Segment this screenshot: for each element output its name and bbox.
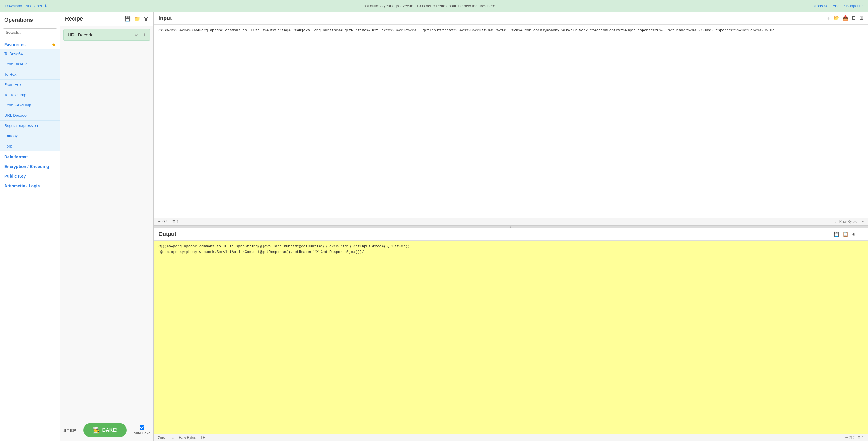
main-layout: Operations Favourites ★ To Base64 From B… <box>0 12 868 441</box>
disable-step-icon[interactable]: ⊘ <box>135 33 138 37</box>
recipe-header-icons: 💾 📁 🗑 <box>124 16 149 22</box>
sidebar-item-from-hex[interactable]: From Hex <box>0 80 60 90</box>
banner-right-links: Options ⚙ About / Support ? <box>809 4 863 8</box>
recipe-step-url-decode: URL Decode ⊘ ⏸ <box>63 29 150 41</box>
output-header-icons: 💾 📋 ⊞ ⛶ <box>833 231 863 237</box>
bake-label: BAKE! <box>102 428 118 433</box>
recipe-steps: URL Decode ⊘ ⏸ <box>60 26 153 419</box>
sidebar-list: Favourites ★ To Base64 From Base64 To He… <box>0 39 60 441</box>
top-banner: Download CyberChef ⬇ Last build: A year … <box>0 0 868 12</box>
import-input-icon[interactable]: 📥 <box>842 15 848 22</box>
output-char-stats: ≣ 212 ☰ 1 <box>845 436 864 440</box>
save-recipe-icon[interactable]: 💾 <box>124 16 130 22</box>
bake-button[interactable]: 👨‍🍳 BAKE! <box>84 423 127 437</box>
auto-bake-label: Auto Bake <box>134 431 150 435</box>
clear-recipe-icon[interactable]: 🗑 <box>144 16 149 22</box>
copy-output-icon[interactable]: 📋 <box>842 231 848 237</box>
input-options: T↕ Raw Bytes LF <box>832 219 864 224</box>
search-box <box>0 26 60 39</box>
output-content: /${(#a=@org.apache.commons.io.IOUtils@to… <box>154 241 868 434</box>
step-action-icons: ⊘ ⏸ <box>135 33 146 37</box>
options-link[interactable]: Options ⚙ <box>809 4 828 8</box>
section-public-key[interactable]: Public Key <box>0 171 60 180</box>
input-char-count: ≣ 284 <box>158 219 167 224</box>
star-icon: ★ <box>52 42 56 47</box>
sidebar-item-from-base64[interactable]: From Base64 <box>0 59 60 69</box>
favourites-label: Favourites <box>4 42 26 47</box>
auto-bake-wrapper: Auto Bake <box>134 425 150 435</box>
about-label: About / Support <box>832 4 860 8</box>
download-link[interactable]: Download CyberChef ⬇ <box>5 4 47 8</box>
sidebar-item-to-base64[interactable]: To Base64 <box>0 49 60 59</box>
sidebar-item-entropy[interactable]: Entropy <box>0 131 60 141</box>
options-label: Options <box>809 4 823 8</box>
split-view-icon[interactable]: ⊞ <box>859 15 863 22</box>
section-encryption-encoding[interactable]: Encryption / Encoding <box>0 161 60 171</box>
search-input[interactable] <box>3 28 57 36</box>
output-header: Output 💾 📋 ⊞ ⛶ <box>154 228 868 241</box>
input-section: Input + 📂 📥 🗑 ⊞ ≣ 284 ☰ <box>154 12 868 226</box>
favourites-header[interactable]: Favourites ★ <box>0 39 60 49</box>
output-char-count: ≣ 212 <box>845 436 855 440</box>
sidebar-item-to-hex[interactable]: To Hex <box>0 69 60 80</box>
io-panel: Input + 📂 📥 🗑 ⊞ ≣ 284 ☰ <box>154 12 868 441</box>
auto-bake-checkbox[interactable] <box>140 425 144 430</box>
input-line-count: ☰ 1 <box>173 219 179 224</box>
input-header: Input + 📂 📥 🗑 ⊞ <box>154 12 868 25</box>
load-input-icon[interactable]: 📂 <box>833 15 839 22</box>
operations-header: Operations <box>0 12 60 26</box>
sidebar-item-regular-expression[interactable]: Regular expression <box>0 121 60 131</box>
input-font-icon: T↕ <box>832 219 836 224</box>
output-title: Output <box>158 231 176 237</box>
download-icon: ⬇ <box>44 4 47 8</box>
gear-icon: ⚙ <box>824 4 828 8</box>
output-section: Output 💾 📋 ⊞ ⛶ /${(#a=@org.apache.common… <box>154 228 868 441</box>
step-button[interactable]: STEP <box>63 428 76 433</box>
input-footer: ≣ 284 ☰ 1 T↕ Raw Bytes LF <box>154 218 868 225</box>
sidebar-item-fork[interactable]: Fork <box>0 141 60 151</box>
about-link[interactable]: About / Support ? <box>832 4 863 8</box>
pause-step-icon[interactable]: ⏸ <box>142 33 146 37</box>
sidebar-item-url-decode[interactable]: URL Decode <box>0 110 60 121</box>
chef-icon: 👨‍🍳 <box>93 427 100 434</box>
step-name: URL Decode <box>68 32 93 37</box>
sidebar-item-to-hexdump[interactable]: To Hexdump <box>0 90 60 100</box>
input-stats: ≣ 284 ☰ 1 <box>158 219 179 224</box>
save-output-icon[interactable]: 💾 <box>833 231 839 237</box>
sidebar: Operations Favourites ★ To Base64 From B… <box>0 12 60 441</box>
output-line-count: ☰ 1 <box>858 436 864 440</box>
add-input-icon[interactable]: + <box>827 15 830 22</box>
delete-input-icon[interactable]: 🗑 <box>851 15 856 22</box>
input-header-icons: + 📂 📥 🗑 ⊞ <box>827 15 863 22</box>
recipe-panel: Recipe 💾 📁 🗑 URL Decode ⊘ ⏸ STEP 👨‍🍳 BAK… <box>60 12 154 441</box>
section-data-format[interactable]: Data format <box>0 151 60 161</box>
recipe-header: Recipe 💾 📁 🗑 <box>60 12 153 26</box>
fullscreen-icon[interactable]: ⛶ <box>858 231 863 237</box>
recipe-footer: STEP 👨‍🍳 BAKE! Auto Bake <box>60 419 153 441</box>
banner-message: Last build: A year ago - Version 10 is h… <box>361 4 495 8</box>
download-label: Download CyberChef <box>5 4 42 8</box>
output-time: 2ms <box>158 436 165 440</box>
output-font-icon: T↕ <box>170 435 174 440</box>
input-newline-label: LF <box>860 219 864 224</box>
help-icon: ? <box>861 4 863 8</box>
input-title: Input <box>158 15 172 22</box>
section-arithmetic-logic[interactable]: Arithmetic / Logic <box>0 180 60 190</box>
output-newline-label: LF <box>201 436 205 440</box>
output-stats: 2ms T↕ Raw Bytes LF <box>158 435 205 440</box>
sidebar-item-from-hexdump[interactable]: From Hexdump <box>0 100 60 110</box>
new-window-icon[interactable]: ⊞ <box>851 231 855 237</box>
resize-handle[interactable] <box>154 226 868 228</box>
input-raw-bytes-label[interactable]: Raw Bytes <box>839 219 857 224</box>
input-textarea[interactable] <box>154 25 868 218</box>
output-footer: 2ms T↕ Raw Bytes LF ≣ 212 ☰ 1 <box>154 434 868 441</box>
load-recipe-icon[interactable]: 📁 <box>134 16 140 22</box>
recipe-title: Recipe <box>65 16 83 22</box>
output-raw-bytes-label[interactable]: Raw Bytes <box>179 436 196 440</box>
